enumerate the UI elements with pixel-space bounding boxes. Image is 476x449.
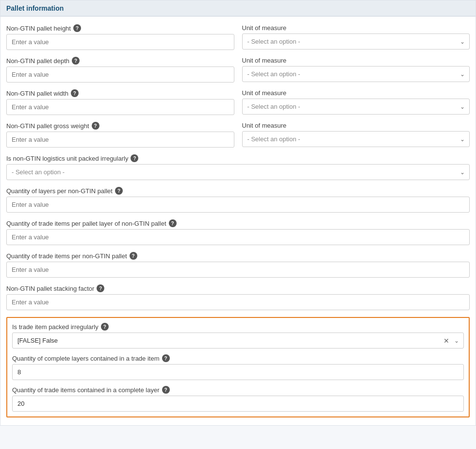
- form-body: Non-GTIN pallet height ? Unit of measure…: [0, 17, 476, 425]
- packed-irregularly-row: Is non-GTIN logistics unit packed irregu…: [6, 154, 470, 180]
- items-per-pallet-help-icon[interactable]: ?: [130, 252, 137, 260]
- stacking-factor-label: Non-GTIN pallet stacking factor ?: [6, 284, 470, 292]
- pallet-height-uom-label: Unit of measure: [242, 24, 470, 32]
- trade-item-packed-irregularly-help-icon[interactable]: ?: [101, 323, 109, 331]
- pallet-gross-weight-uom-label: Unit of measure: [242, 122, 470, 129]
- pallet-height-help-icon[interactable]: ?: [73, 24, 81, 32]
- pallet-gross-weight-help-icon[interactable]: ?: [92, 122, 99, 130]
- items-per-pallet-row: Quantity of trade items per non-GTIN pal…: [6, 252, 470, 278]
- pallet-depth-group: Non-GTIN pallet depth ?: [6, 57, 234, 83]
- items-in-complete-layer-row: Quantity of trade items contained in a c…: [12, 386, 464, 412]
- pallet-depth-help-icon[interactable]: ?: [72, 57, 80, 65]
- complete-layers-help-icon[interactable]: ?: [162, 354, 170, 362]
- items-per-pallet-input[interactable]: [6, 262, 470, 278]
- items-per-layer-label: Quantity of trade items per pallet layer…: [6, 219, 470, 227]
- pallet-width-label: Non-GTIN pallet width ?: [6, 89, 234, 97]
- items-per-layer-row: Quantity of trade items per pallet layer…: [6, 219, 470, 245]
- pallet-width-input[interactable]: [6, 99, 234, 115]
- pallet-depth-input[interactable]: [6, 67, 234, 83]
- layers-per-pallet-label: Quantity of layers per non-GTIN pallet ?: [6, 187, 470, 195]
- pallet-width-help-icon[interactable]: ?: [71, 89, 79, 97]
- pallet-height-uom-group: Unit of measure - Select an option - ⌄: [242, 24, 470, 50]
- trade-item-packed-irregularly-select[interactable]: [FALSE] False [TRUE] True: [12, 333, 464, 349]
- stacking-factor-row: Non-GTIN pallet stacking factor ?: [6, 284, 470, 310]
- pallet-width-group: Non-GTIN pallet width ?: [6, 89, 234, 115]
- pallet-width-uom-select-wrapper: - Select an option - ⌄: [242, 99, 470, 115]
- items-in-complete-layer-label: Quantity of trade items contained in a c…: [12, 386, 464, 394]
- pallet-depth-label: Non-GTIN pallet depth ?: [6, 57, 234, 65]
- packed-irregularly-select[interactable]: - Select an option -: [6, 164, 470, 180]
- pallet-height-input[interactable]: [6, 34, 234, 50]
- pallet-gross-weight-group: Non-GTIN pallet gross weight ?: [6, 122, 234, 148]
- trade-item-packed-irregularly-clear-icon[interactable]: ✕: [443, 337, 449, 345]
- complete-layers-input[interactable]: [12, 364, 464, 380]
- pallet-gross-weight-row: Non-GTIN pallet gross weight ? Unit of m…: [6, 122, 470, 148]
- pallet-height-row: Non-GTIN pallet height ? Unit of measure…: [6, 24, 470, 50]
- pallet-height-group: Non-GTIN pallet height ?: [6, 24, 234, 50]
- complete-layers-row: Quantity of complete layers contained in…: [12, 354, 464, 380]
- trade-item-packed-irregularly-row: Is trade item packed irregularly ? [FALS…: [12, 323, 464, 349]
- pallet-information-panel: Pallet information Non-GTIN pallet heigh…: [0, 0, 476, 426]
- trade-item-packed-irregularly-label: Is trade item packed irregularly ?: [12, 323, 464, 331]
- pallet-gross-weight-label: Non-GTIN pallet gross weight ?: [6, 122, 234, 130]
- pallet-gross-weight-uom-select-wrapper: - Select an option - ⌄: [242, 131, 470, 147]
- stacking-factor-help-icon[interactable]: ?: [97, 284, 104, 292]
- items-per-layer-help-icon[interactable]: ?: [169, 219, 177, 227]
- pallet-height-label: Non-GTIN pallet height ?: [6, 24, 234, 32]
- layers-per-pallet-input[interactable]: [6, 197, 470, 213]
- pallet-width-uom-select[interactable]: - Select an option -: [242, 99, 470, 115]
- pallet-gross-weight-uom-group: Unit of measure - Select an option - ⌄: [242, 122, 470, 147]
- highlighted-section: Is trade item packed irregularly ? [FALS…: [6, 317, 470, 417]
- pallet-depth-uom-select-wrapper: - Select an option - ⌄: [242, 66, 470, 82]
- items-per-pallet-label: Quantity of trade items per non-GTIN pal…: [6, 252, 470, 260]
- pallet-height-uom-select-wrapper: - Select an option - ⌄: [242, 33, 470, 50]
- items-in-complete-layer-help-icon[interactable]: ?: [162, 386, 170, 394]
- packed-irregularly-select-wrapper: - Select an option - ⌄: [6, 164, 470, 180]
- pallet-depth-uom-group: Unit of measure - Select an option - ⌄: [242, 57, 470, 82]
- pallet-height-uom-select[interactable]: - Select an option -: [242, 33, 470, 50]
- pallet-gross-weight-input[interactable]: [6, 132, 234, 148]
- pallet-depth-uom-select[interactable]: - Select an option -: [242, 66, 470, 82]
- pallet-depth-uom-label: Unit of measure: [242, 57, 470, 64]
- packed-irregularly-help-icon[interactable]: ?: [131, 154, 138, 162]
- pallet-width-row: Non-GTIN pallet width ? Unit of measure …: [6, 89, 470, 115]
- pallet-depth-row: Non-GTIN pallet depth ? Unit of measure …: [6, 57, 470, 83]
- section-title: Pallet information: [6, 4, 64, 12]
- packed-irregularly-label: Is non-GTIN logistics unit packed irregu…: [6, 154, 470, 162]
- items-in-complete-layer-input[interactable]: [12, 396, 464, 412]
- section-header: Pallet information: [0, 0, 476, 17]
- trade-item-packed-irregularly-select-wrapper: [FALSE] False [TRUE] True ✕ ⌄: [12, 333, 464, 349]
- pallet-gross-weight-uom-select[interactable]: - Select an option -: [242, 131, 470, 147]
- pallet-width-uom-label: Unit of measure: [242, 89, 470, 97]
- complete-layers-label: Quantity of complete layers contained in…: [12, 354, 464, 362]
- layers-per-pallet-row: Quantity of layers per non-GTIN pallet ?: [6, 187, 470, 213]
- stacking-factor-input[interactable]: [6, 294, 470, 310]
- items-per-layer-input[interactable]: [6, 229, 470, 245]
- layers-per-pallet-help-icon[interactable]: ?: [115, 187, 123, 195]
- pallet-width-uom-group: Unit of measure - Select an option - ⌄: [242, 89, 470, 115]
